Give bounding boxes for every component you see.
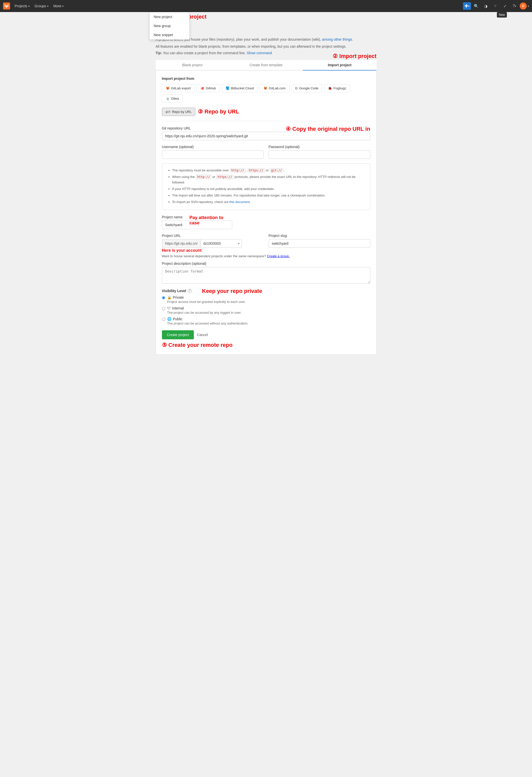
visibility-public: 🌐 Public The project can be accessed wit…	[162, 317, 370, 325]
more-chevron-icon: ▾	[62, 5, 64, 8]
namespace-chevron-icon: ▾	[236, 242, 241, 245]
lock-icon: 🔒	[167, 296, 172, 300]
password-input[interactable]	[269, 150, 370, 159]
import-gitea[interactable]: 🍵 Gitea	[162, 94, 183, 103]
show-command-link[interactable]: Show command	[247, 51, 272, 55]
page-description-2: All features are enabled for blank proje…	[156, 44, 377, 49]
check-icon: ✓	[503, 4, 507, 9]
among-other-things-link[interactable]: among other things.	[322, 37, 353, 41]
github-icon: 🐙	[200, 86, 204, 90]
username-group: Username (optional)	[162, 145, 263, 159]
code-http: http://	[230, 168, 245, 173]
import-from-label: Import project from	[162, 77, 370, 81]
git-icon: git	[166, 110, 171, 113]
main-content: New project A project is where you house…	[150, 28, 382, 355]
theme-icon: ◑	[484, 4, 488, 9]
tab-blank[interactable]: Blank project	[156, 60, 229, 71]
code-http2: http://	[196, 175, 211, 179]
import-fogbugz[interactable]: 🐞 Fogbugz	[324, 84, 350, 92]
divider-1	[162, 121, 370, 121]
shield-icon: 🛡	[167, 306, 171, 310]
user-avatar[interactable]: D	[520, 3, 527, 10]
dropdown-new-group[interactable]: New group	[149, 21, 189, 30]
projects-chevron-icon: ▾	[28, 5, 30, 8]
gitlabcom-icon: 🦊	[263, 86, 268, 90]
google-icon: G	[295, 86, 298, 90]
visibility-private: 🔒 Private Project access must be granted…	[162, 296, 370, 304]
visibility-title: Visibility Level ?	[162, 289, 370, 293]
visibility-group: Keep your repo private Visibility Level …	[162, 289, 370, 325]
action-row: Create project Cancel	[162, 330, 370, 339]
visibility-internal-desc: The project can be accessed by any logge…	[167, 311, 241, 315]
search-icon: 🔍	[474, 4, 479, 9]
visibility-private-radio[interactable]	[162, 296, 165, 300]
dropdown-new-project[interactable]: New project	[149, 12, 189, 21]
import-bitbucket[interactable]: 🪣 Bitbucket Cloud	[222, 84, 257, 92]
tabs: Blank project Create from template Impor…	[156, 60, 377, 71]
import-repo-url[interactable]: git Repo by URL	[162, 108, 196, 116]
info-bullet-2: When using the http:// or https:// proto…	[172, 174, 365, 185]
new-tooltip: New	[497, 12, 507, 18]
import-gitlab-export[interactable]: 🦊 GitLab export	[162, 84, 195, 92]
description-textarea[interactable]	[162, 267, 370, 284]
gitea-icon: 🍵	[166, 97, 170, 100]
cancel-button[interactable]: Cancel	[197, 330, 208, 339]
this-document-link[interactable]: this document.	[229, 200, 251, 204]
code-https2: https://	[216, 175, 234, 179]
group-hint: Want to house several dependent projects…	[162, 254, 370, 258]
gitlab-logo[interactable]	[3, 3, 10, 10]
theme-button[interactable]: ◑	[482, 2, 490, 10]
gitlab-icon: 🦊	[166, 86, 170, 90]
bitbucket-icon: 🪣	[225, 86, 229, 90]
annotation-account: Here is your account	[162, 248, 263, 253]
description-label: Project description (optional)	[162, 261, 370, 265]
nav-projects[interactable]: Projects ▾	[12, 0, 32, 12]
project-url-group: Project URL https://git.nju.edu.cn/ dz19…	[162, 234, 263, 253]
namespace-select[interactable]: dz1933003	[201, 239, 236, 247]
new-item-chevron-icon: ▾	[468, 5, 469, 8]
create-project-button[interactable]: Create project	[162, 330, 194, 339]
project-slug-input[interactable]	[269, 239, 370, 248]
visibility-public-radio[interactable]	[162, 318, 165, 321]
annotation-keep-private: Keep your repo private	[202, 288, 262, 295]
avatar-chevron-icon: ▾	[528, 5, 529, 8]
nav-more[interactable]: More ▾	[51, 0, 66, 12]
import-gitlabcom[interactable]: 🦊 GitLab.com	[259, 84, 289, 92]
username-input[interactable]	[162, 150, 263, 159]
merge-icon: ⑂	[494, 4, 497, 8]
nav-groups[interactable]: Groups ▾	[32, 0, 51, 12]
project-url-row: https://git.nju.edu.cn/ dz1933003 ▾	[162, 239, 263, 248]
visibility-internal-radio[interactable]	[162, 307, 165, 310]
project-slug-group: Project slug	[269, 234, 370, 248]
import-google-code[interactable]: G Google Code	[292, 84, 322, 92]
help-button[interactable]: ? ▾	[510, 2, 519, 10]
url-select-wrapper: dz1933003 ▾	[201, 239, 242, 248]
visibility-help-icon[interactable]: ?	[188, 289, 192, 293]
fogbugz-icon: 🐞	[328, 86, 332, 90]
credentials-row: Username (optional) Password (optional)	[162, 145, 370, 163]
search-button[interactable]: 🔍	[472, 2, 481, 10]
password-group: Password (optional)	[269, 145, 370, 159]
tab-import[interactable]: Import project	[303, 60, 376, 71]
code-git: git://	[270, 168, 284, 173]
merge-request-button[interactable]: ⑂	[491, 2, 500, 10]
username-label: Username (optional)	[162, 145, 263, 149]
annotation-pay-attention: Pay attention to case	[190, 215, 232, 226]
new-item-button[interactable]: ✚ ▾	[463, 2, 471, 10]
tab-template[interactable]: Create from template	[229, 60, 303, 71]
url-prefix: https://git.nju.edu.cn/	[162, 239, 201, 248]
import-card: Import project from 🦊 GitLab export 🐙 Gi…	[156, 71, 377, 355]
new-item-dropdown: New project New group New snippet	[149, 12, 190, 40]
project-url-label: Project URL	[162, 234, 263, 238]
info-bullet-4: The import will time out after 180 minut…	[172, 193, 365, 198]
import-github[interactable]: 🐙 GitHub	[197, 84, 220, 92]
git-url-input[interactable]	[162, 132, 370, 140]
todos-button[interactable]: ✓	[501, 2, 509, 10]
project-slug-label: Project slug	[269, 234, 370, 238]
globe-icon: 🌐	[167, 317, 172, 321]
dropdown-new-snippet[interactable]: New snippet	[149, 30, 189, 39]
create-group-link[interactable]: Create a group.	[267, 254, 290, 258]
info-box: The repository must be accessible over h…	[162, 163, 370, 210]
annotation-2: ② Import project	[333, 53, 376, 60]
annotation-3: ③ Repo by URL	[198, 108, 239, 115]
